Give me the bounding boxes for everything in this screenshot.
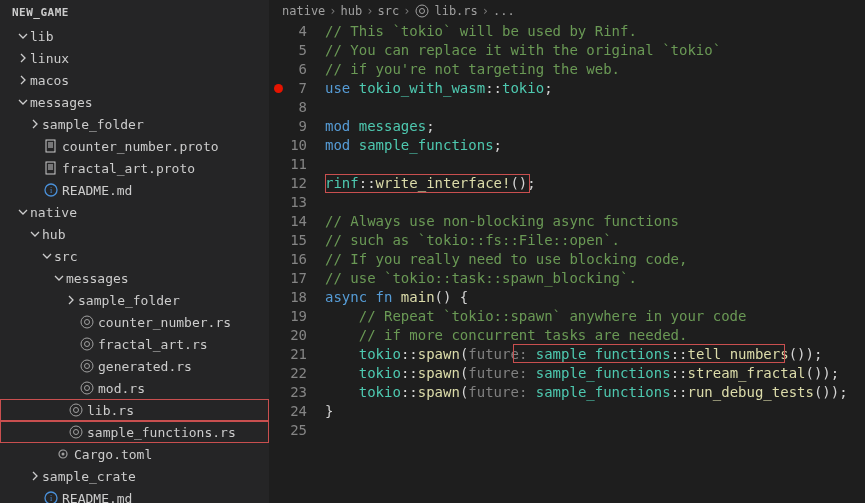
code-area[interactable]: // This `tokio` will be used by Rinf.// … bbox=[325, 22, 865, 503]
line-number[interactable]: 18 bbox=[270, 288, 307, 307]
breadcrumb-segment[interactable]: hub bbox=[341, 4, 363, 18]
token-ns: rinf bbox=[325, 175, 359, 191]
token-punct: :: bbox=[401, 346, 418, 362]
file-item[interactable]: counter_number.rs bbox=[0, 311, 269, 333]
code-line[interactable]: // if you're not targeting the web. bbox=[325, 60, 865, 79]
code-line[interactable]: // You can replace it with the original … bbox=[325, 41, 865, 60]
line-number[interactable]: 16 bbox=[270, 250, 307, 269]
breakpoint-icon[interactable] bbox=[274, 84, 283, 93]
code-line[interactable]: // such as `tokio::fs::File::open`. bbox=[325, 231, 865, 250]
code-line[interactable]: // Repeat `tokio::spawn` anywhere in you… bbox=[325, 307, 865, 326]
line-number[interactable]: 19 bbox=[270, 307, 307, 326]
breadcrumb-segment[interactable]: lib.rs bbox=[434, 4, 477, 18]
line-number[interactable]: 17 bbox=[270, 269, 307, 288]
code-line[interactable]: } bbox=[325, 402, 865, 421]
editor[interactable]: 45678910111213141516171819202122232425 /… bbox=[270, 22, 865, 503]
code-line[interactable]: async fn main() { bbox=[325, 288, 865, 307]
folder-item[interactable]: sample_crate bbox=[0, 465, 269, 487]
file-item[interactable]: mod.rs bbox=[0, 377, 269, 399]
line-number[interactable]: 22 bbox=[270, 364, 307, 383]
line-number[interactable]: 13 bbox=[270, 193, 307, 212]
gutter[interactable]: 45678910111213141516171819202122232425 bbox=[270, 22, 325, 503]
item-label: sample_crate bbox=[42, 469, 136, 484]
line-number[interactable]: 23 bbox=[270, 383, 307, 402]
token-punct: ; bbox=[494, 137, 502, 153]
code-line[interactable]: tokio::spawn(future: sample_functions::r… bbox=[325, 383, 865, 402]
code-line[interactable] bbox=[325, 98, 865, 117]
code-line[interactable]: // This `tokio` will be used by Rinf. bbox=[325, 22, 865, 41]
folder-item[interactable]: macos bbox=[0, 69, 269, 91]
breadcrumb[interactable]: native›hub›src›lib.rs›... bbox=[270, 0, 865, 22]
code-line[interactable]: mod sample_functions; bbox=[325, 136, 865, 155]
line-number[interactable]: 25 bbox=[270, 421, 307, 440]
line-number[interactable]: 8 bbox=[270, 98, 307, 117]
file-item[interactable]: Cargo.toml bbox=[0, 443, 269, 465]
file-item[interactable]: iREADME.md bbox=[0, 487, 269, 503]
code-line[interactable] bbox=[325, 193, 865, 212]
code-line[interactable] bbox=[325, 155, 865, 174]
code-line[interactable]: use tokio_with_wasm::tokio; bbox=[325, 79, 865, 98]
item-label: counter_number.proto bbox=[62, 139, 219, 154]
file-item[interactable]: lib.rs bbox=[0, 399, 269, 421]
breadcrumb-segment[interactable]: src bbox=[378, 4, 400, 18]
token-fn: spawn bbox=[418, 384, 460, 400]
folder-item[interactable]: messages bbox=[0, 267, 269, 289]
code-line[interactable]: // Always use non-blocking async functio… bbox=[325, 212, 865, 231]
code-line[interactable]: // use `tokio::task::spawn_blocking`. bbox=[325, 269, 865, 288]
chevron-right-icon bbox=[28, 471, 42, 481]
file-item[interactable]: counter_number.proto bbox=[0, 135, 269, 157]
folder-item[interactable]: src bbox=[0, 245, 269, 267]
code-line[interactable]: mod messages; bbox=[325, 117, 865, 136]
line-number[interactable]: 24 bbox=[270, 402, 307, 421]
line-number[interactable]: 12 bbox=[270, 174, 307, 193]
line-number[interactable]: 11 bbox=[270, 155, 307, 174]
breadcrumb-segment[interactable]: ... bbox=[493, 4, 515, 18]
breadcrumb-segment[interactable]: native bbox=[282, 4, 325, 18]
code-line[interactable] bbox=[325, 421, 865, 440]
token-punct: ; bbox=[426, 118, 434, 134]
token-comment: // Repeat `tokio::spawn` anywhere in you… bbox=[359, 308, 747, 324]
line-number[interactable]: 4 bbox=[270, 22, 307, 41]
folder-item[interactable]: native bbox=[0, 201, 269, 223]
line-number[interactable]: 6 bbox=[270, 60, 307, 79]
token-punct: () { bbox=[435, 289, 469, 305]
file-tree[interactable]: liblinuxmacosmessagessample_foldercounte… bbox=[0, 25, 269, 503]
code-line[interactable]: rinf::write_interface!(); bbox=[325, 174, 865, 193]
code-line[interactable]: // If you really need to use blocking co… bbox=[325, 250, 865, 269]
line-number[interactable]: 21 bbox=[270, 345, 307, 364]
file-explorer[interactable]: NEW_GAME liblinuxmacosmessagessample_fol… bbox=[0, 0, 270, 503]
line-number[interactable]: 20 bbox=[270, 326, 307, 345]
folder-item[interactable]: lib bbox=[0, 25, 269, 47]
folder-item[interactable]: sample_folder bbox=[0, 289, 269, 311]
svg-point-27 bbox=[420, 9, 425, 14]
file-item[interactable]: sample_functions.rs bbox=[0, 421, 269, 443]
item-label: sample_folder bbox=[42, 117, 144, 132]
line-number[interactable]: 10 bbox=[270, 136, 307, 155]
folder-item[interactable]: linux bbox=[0, 47, 269, 69]
line-number[interactable]: 5 bbox=[270, 41, 307, 60]
code-line[interactable]: // if more concurrent tasks are needed. bbox=[325, 326, 865, 345]
svg-point-26 bbox=[416, 5, 428, 17]
line-number[interactable]: 14 bbox=[270, 212, 307, 231]
line-number[interactable]: 15 bbox=[270, 231, 307, 250]
code-line[interactable]: tokio::spawn(future: sample_functions::t… bbox=[325, 345, 865, 364]
line-number[interactable]: 9 bbox=[270, 117, 307, 136]
folder-item[interactable]: messages bbox=[0, 91, 269, 113]
token-punct bbox=[325, 327, 359, 343]
folder-item[interactable]: sample_folder bbox=[0, 113, 269, 135]
file-icon bbox=[42, 160, 60, 176]
file-item[interactable]: iREADME.md bbox=[0, 179, 269, 201]
line-number[interactable]: 7 bbox=[270, 79, 307, 98]
file-item[interactable]: generated.rs bbox=[0, 355, 269, 377]
item-label: fractal_art.proto bbox=[62, 161, 195, 176]
svg-point-16 bbox=[81, 382, 93, 394]
code-line[interactable]: tokio::spawn(future: sample_functions::s… bbox=[325, 364, 865, 383]
token-punct: :: bbox=[671, 384, 688, 400]
item-label: native bbox=[30, 205, 77, 220]
rust-icon bbox=[414, 3, 430, 19]
item-label: fractal_art.rs bbox=[98, 337, 208, 352]
folder-item[interactable]: hub bbox=[0, 223, 269, 245]
file-item[interactable]: fractal_art.rs bbox=[0, 333, 269, 355]
file-item[interactable]: fractal_art.proto bbox=[0, 157, 269, 179]
token-ns: messages bbox=[359, 118, 426, 134]
